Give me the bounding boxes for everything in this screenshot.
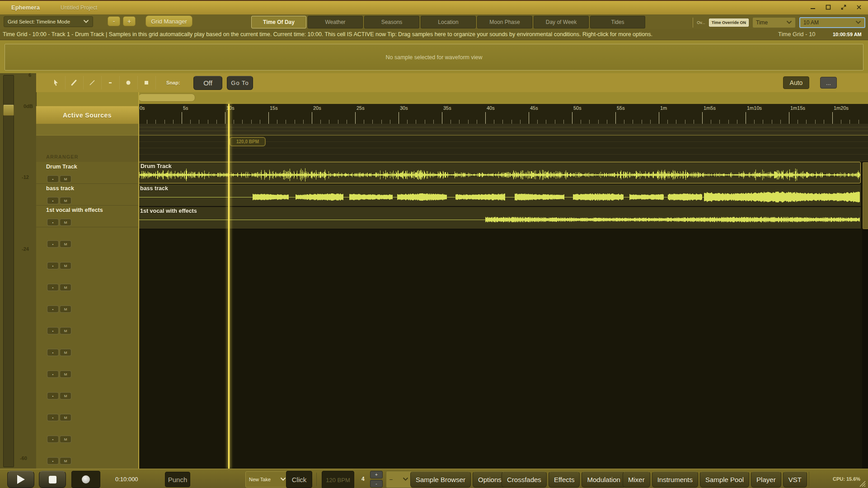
panel-button-vst[interactable]: VST	[783, 471, 807, 488]
grid-zoom-out-button[interactable]: -	[108, 16, 120, 26]
record-arm-button[interactable]: •	[47, 284, 59, 291]
mute-button[interactable]: M	[60, 327, 71, 334]
play-button[interactable]	[7, 471, 34, 488]
click-button[interactable]: Click	[286, 471, 312, 488]
tempo-marker[interactable]: 120,0 BPM	[230, 137, 266, 146]
panel-button-mixer[interactable]: Mixer	[623, 471, 650, 488]
line-tool-icon[interactable]	[83, 76, 102, 89]
stop-button[interactable]	[39, 471, 66, 488]
playhead[interactable]	[228, 104, 230, 469]
clip[interactable]: 1st vocal with effects	[138, 207, 861, 230]
empty-track-slot[interactable]: •M	[36, 314, 138, 335]
maximize-icon[interactable]	[823, 3, 834, 12]
record-arm-button[interactable]: •	[47, 457, 59, 465]
master-fader-track[interactable]	[3, 75, 14, 467]
mute-button[interactable]: M	[60, 371, 71, 378]
mute-button[interactable]: M	[60, 349, 71, 356]
goto-button[interactable]: Go To	[227, 76, 253, 90]
beats-decrement-button[interactable]: -	[370, 480, 383, 488]
mute-button[interactable]: M	[60, 414, 71, 421]
record-arm-button[interactable]: •	[47, 414, 59, 421]
track-header[interactable]: Drum Track•M	[36, 162, 138, 184]
panel-button-sample-browser[interactable]: Sample Browser	[410, 471, 471, 488]
empty-track-slot[interactable]: •M	[36, 292, 138, 314]
record-button[interactable]	[71, 471, 100, 488]
record-arm-button[interactable]: •	[47, 436, 59, 443]
clip[interactable]: bass track	[138, 184, 861, 207]
snap-toggle-button[interactable]: Off	[193, 76, 222, 90]
fullscreen-icon[interactable]	[838, 3, 849, 12]
mute-button[interactable]: M	[60, 392, 71, 399]
punch-button[interactable]: Punch	[165, 472, 190, 487]
track-header[interactable]: bass track•M	[36, 183, 138, 206]
panel-button-modulation[interactable]: Modulation	[582, 471, 625, 488]
tab-time-of-day[interactable]: Time Of Day	[251, 16, 306, 28]
record-arm-button[interactable]: •	[47, 219, 59, 226]
tab-moon-phase[interactable]: Moon Phase	[477, 16, 532, 28]
dash-tool-icon[interactable]	[101, 76, 120, 89]
panel-button-sample-pool[interactable]: Sample Pool	[700, 471, 749, 488]
override-time-dropdown[interactable]: 10 AM	[799, 17, 865, 28]
horizontal-scrollbar-thumb[interactable]	[138, 94, 195, 102]
panel-button-player[interactable]: Player	[751, 471, 781, 488]
record-arm-button[interactable]: •	[47, 371, 59, 378]
empty-track-slot[interactable]: •M	[36, 422, 138, 444]
vertical-scrollbar-thumb[interactable]	[863, 162, 868, 229]
time-override-button[interactable]: Time Override ON	[709, 19, 749, 27]
tab-tides[interactable]: Tides	[590, 16, 645, 28]
division-dropdown[interactable]: –	[386, 471, 412, 488]
empty-track-slot[interactable]: •M	[36, 357, 138, 379]
master-fader-handle[interactable]	[3, 105, 14, 116]
auto-button[interactable]: Auto	[783, 76, 809, 89]
mute-button[interactable]: M	[60, 305, 71, 313]
minimize-icon[interactable]	[807, 3, 818, 12]
tab-location[interactable]: Location	[421, 16, 476, 28]
panel-button-instruments[interactable]: Instruments	[652, 471, 698, 488]
mute-button[interactable]: M	[60, 457, 71, 465]
mute-button[interactable]: M	[60, 175, 71, 183]
grid-manager-button[interactable]: Grid Manager	[145, 15, 192, 27]
record-arm-button[interactable]: •	[47, 197, 59, 204]
empty-track-slot[interactable]: •M	[36, 444, 138, 465]
empty-track-slot[interactable]: •M	[36, 249, 138, 270]
record-arm-button[interactable]: •	[47, 240, 59, 248]
empty-track-slot[interactable]: •M	[36, 335, 138, 357]
square-tool-icon[interactable]	[137, 76, 156, 89]
select-tool-icon[interactable]	[47, 76, 66, 89]
empty-track-slot[interactable]: •M	[36, 227, 138, 249]
more-options-button[interactable]: ...	[820, 77, 837, 89]
empty-track-slot[interactable]: •M	[36, 270, 138, 292]
record-arm-button[interactable]: •	[47, 392, 59, 399]
grid-select-dropdown[interactable]: Grid Select: Timeline Mode	[4, 16, 93, 27]
pencil-tool-icon[interactable]	[65, 76, 84, 89]
empty-track-slot[interactable]: •M	[36, 379, 138, 400]
clip[interactable]: Drum Track	[138, 162, 861, 183]
tab-weather[interactable]: Weather	[308, 16, 363, 28]
take-dropdown[interactable]: New Take	[245, 471, 290, 488]
close-icon[interactable]	[854, 3, 864, 12]
panel-button-effects[interactable]: Effects	[549, 471, 580, 488]
mute-button[interactable]: M	[60, 240, 71, 248]
track-header[interactable]: 1st vocal with effects•M	[36, 205, 138, 227]
circle-tool-icon[interactable]	[119, 76, 138, 89]
mute-button[interactable]: M	[60, 436, 71, 443]
record-arm-button[interactable]: •	[47, 327, 59, 334]
mute-button[interactable]: M	[60, 219, 71, 226]
tab-day-of-week[interactable]: Day of Week	[534, 16, 589, 28]
resize-grip-icon[interactable]	[859, 480, 866, 488]
beats-increment-button[interactable]: +	[370, 471, 383, 479]
record-arm-button[interactable]: •	[47, 262, 59, 269]
grid-zoom-in-button[interactable]: +	[123, 16, 136, 26]
record-arm-button[interactable]: •	[47, 175, 59, 183]
record-arm-button[interactable]: •	[47, 349, 59, 356]
time-ruler[interactable]: 0s5s10s15s20s25s30s35s40s45s50s55s1m1m5s…	[138, 104, 868, 124]
record-arm-button[interactable]: •	[47, 305, 59, 313]
empty-track-slot[interactable]: •M	[36, 400, 138, 422]
mute-button[interactable]: M	[60, 284, 71, 291]
override-mode-dropdown[interactable]: Time	[752, 17, 796, 28]
ruler-tick	[459, 120, 460, 124]
mute-button[interactable]: M	[60, 197, 71, 204]
mute-button[interactable]: M	[60, 262, 71, 269]
panel-button-crossfades[interactable]: Crossfades	[502, 471, 547, 488]
tab-seasons[interactable]: Seasons	[364, 16, 419, 28]
